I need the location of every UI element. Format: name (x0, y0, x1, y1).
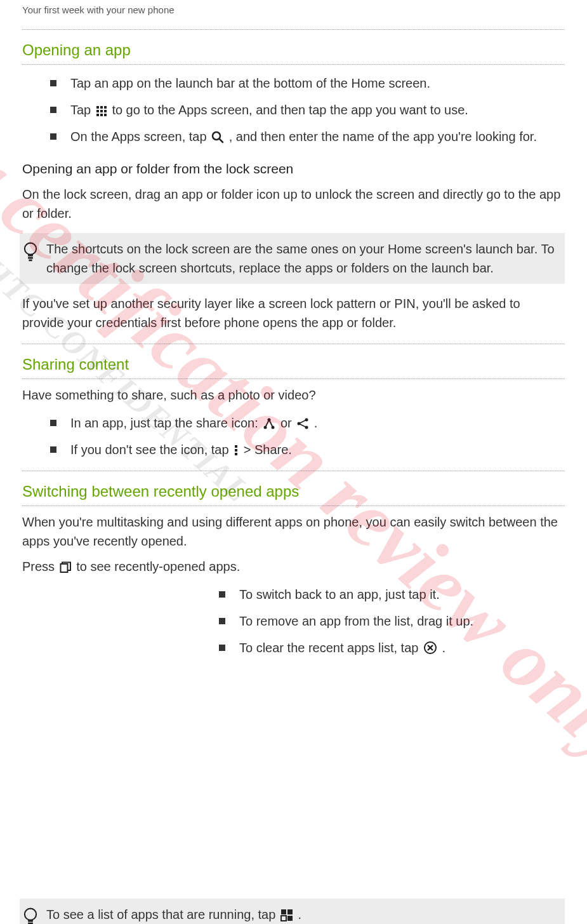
bullet-text: To remove an app from the list, drag it … (239, 612, 565, 631)
svg-rect-13 (28, 257, 33, 259)
text-part: To see a list of apps that are running, … (46, 907, 279, 921)
text-part: or (280, 416, 295, 430)
list-item: To switch back to an app, just tap it. (219, 585, 565, 604)
page-header: Your first week with your new phone (22, 0, 565, 18)
section-heading: Switching between recently opened apps (22, 480, 565, 503)
text-part: Tap (70, 103, 95, 117)
list-item: Tap to go to the Apps screen, and then t… (50, 100, 565, 119)
section-switching-apps: Switching between recently opened apps W… (22, 471, 565, 924)
bullet-marker (50, 133, 56, 140)
paragraph: On the lock screen, drag an app or folde… (22, 185, 565, 223)
sub-heading: Opening an app or folder from the lock s… (22, 159, 565, 179)
svg-rect-7 (100, 114, 103, 116)
svg-rect-1 (100, 106, 103, 109)
svg-rect-3 (96, 110, 99, 112)
bullet-marker (219, 591, 225, 598)
svg-rect-38 (281, 916, 286, 921)
text-part: On the Apps screen, tap (70, 130, 210, 144)
bullet-marker (50, 446, 56, 453)
svg-line-18 (265, 420, 269, 427)
svg-rect-14 (29, 260, 32, 262)
separator (22, 378, 565, 379)
svg-rect-4 (100, 110, 103, 112)
svg-rect-0 (96, 106, 99, 109)
magnifier-icon (211, 131, 224, 144)
text-part: To clear the recent apps list, tap (239, 641, 422, 655)
running-apps-icon (280, 909, 293, 921)
text-part: Share (254, 443, 288, 457)
paragraph: Press to see recently-opened apps. (22, 557, 565, 576)
bullet-text: To clear the recent apps list, tap . (239, 638, 565, 657)
bullet-marker (219, 645, 225, 651)
list-item: On the Apps screen, tap , and then enter… (50, 127, 565, 146)
paragraph: Have something to share, such as a photo… (22, 385, 565, 405)
bullet-text: Tap an app on the launch bar at the bott… (70, 74, 565, 93)
text-part: to see recently-opened apps. (76, 559, 240, 573)
paragraph: When you're multitasking and using diffe… (22, 512, 565, 551)
list-item: To clear the recent apps list, tap . (219, 638, 565, 657)
text-part: . (298, 907, 301, 921)
text-part: In an app, just tap the share icon: (70, 416, 261, 430)
bullet-text: Tap to go to the Apps screen, and then t… (70, 100, 565, 119)
svg-point-32 (25, 909, 36, 920)
bullet-text: On the Apps screen, tap , and then enter… (70, 127, 565, 146)
text-part: . (442, 641, 446, 655)
svg-rect-37 (287, 909, 293, 914)
text-part: If you don't see the icon, tap (70, 443, 232, 457)
tip-box: To see a list of apps that are running, … (20, 899, 565, 924)
svg-rect-27 (235, 453, 237, 455)
text-part: Press (22, 559, 58, 573)
svg-line-23 (299, 420, 307, 424)
bullet-text: In an app, just tap the share icon: or . (70, 413, 565, 432)
text-part: > (244, 443, 254, 457)
svg-line-10 (220, 139, 223, 142)
svg-rect-5 (104, 110, 107, 112)
svg-line-24 (299, 424, 307, 427)
tip-box: The shortcuts on the lock screen are the… (20, 233, 565, 284)
bullet-marker (50, 420, 56, 426)
svg-rect-8 (104, 114, 107, 116)
section-sharing-content: Sharing content Have something to share,… (22, 344, 565, 459)
bullet-marker (50, 80, 56, 86)
text-part: . (314, 416, 318, 430)
text-part: . (288, 443, 292, 457)
svg-rect-26 (235, 449, 237, 452)
tip-text: To see a list of apps that are running, … (46, 905, 556, 924)
bullet-text: To switch back to an app, just tap it. (239, 585, 565, 604)
paragraph: If you've set up another security layer … (22, 294, 565, 332)
svg-line-19 (269, 420, 273, 427)
lightbulb-icon (22, 907, 39, 924)
svg-rect-12 (28, 255, 33, 257)
apps-grid-icon (96, 105, 107, 117)
share-arrow-icon (296, 417, 309, 430)
separator (22, 344, 565, 344)
svg-rect-28 (60, 564, 67, 572)
bullet-text: If you don't see the icon, tap > Share. (70, 440, 565, 459)
right-bullet-group: To switch back to an app, just tap it. T… (22, 585, 565, 657)
svg-point-11 (25, 243, 36, 255)
separator (22, 506, 565, 506)
section-heading: Opening an app (22, 39, 565, 62)
list-item: Tap an app on the launch bar at the bott… (50, 74, 565, 93)
share-nodes-icon (263, 417, 275, 430)
text-part: , and then enter the name of the app you… (229, 130, 537, 144)
text-part: to go to the Apps screen, and then tap t… (112, 103, 468, 117)
bullet-marker (219, 618, 225, 624)
recent-apps-icon (60, 561, 72, 573)
tip-text: The shortcuts on the lock screen are the… (46, 239, 556, 278)
bullet-list: In an app, just tap the share icon: or .… (50, 413, 565, 459)
separator (22, 471, 565, 471)
svg-rect-33 (28, 920, 33, 922)
svg-rect-25 (235, 445, 237, 448)
svg-rect-36 (281, 909, 286, 914)
list-item: If you don't see the icon, tap > Share. (50, 440, 565, 459)
svg-rect-2 (104, 106, 107, 109)
separator (22, 29, 565, 30)
bullet-list: Tap an app on the launch bar at the bott… (50, 74, 565, 146)
svg-rect-6 (96, 114, 99, 116)
list-item: In an app, just tap the share icon: or . (50, 413, 565, 432)
overflow-icon (234, 444, 239, 457)
list-item: To remove an app from the list, drag it … (219, 612, 565, 631)
section-opening-an-app: Opening an app Tap an app on the launch … (22, 29, 565, 333)
separator (22, 64, 565, 65)
